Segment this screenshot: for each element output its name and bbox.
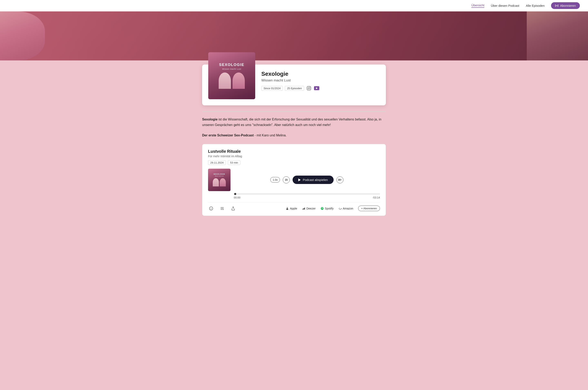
svg-rect-19 [304,208,304,209]
episode-date-badge: 29.11.2024 [208,160,226,165]
since-badge: Since 01/2024 [261,86,283,91]
thumb-figure-right [220,178,226,187]
main-content: Sexologie ist die Wissenschaft, die sich… [202,105,386,222]
episode-subscribe-label: + Abonnieren [361,207,377,210]
podcast-icon [555,4,558,7]
svg-point-3 [310,87,310,87]
skip-forward-button[interactable]: 30 + [336,176,343,183]
skip-back-button[interactable]: 15 [283,176,290,183]
svg-point-14 [287,207,288,208]
play-label: Podcast abspielen [303,178,328,182]
podcast-title: Sexologie [261,71,380,77]
figure-right [232,72,245,89]
hero-face-decoration-right [527,11,588,60]
spotify-label: Spotify [325,207,334,210]
thumb-sub: Wissen macht Lust [215,175,224,177]
apple-platform-button[interactable]: Apple [286,207,297,210]
podcast-info: Sexologie Wissen macht Lust Since 01/202… [261,69,380,91]
amazon-label: Amazon [343,207,353,210]
episode-player: Lustvolle Rituale Für mehr Intimität im … [202,144,386,216]
podcast-card: SEXOLOGIE Wissen macht Lust Sexologie Wi… [202,64,386,105]
skip-forward-plus: + [341,179,342,181]
svg-rect-20 [304,207,305,209]
share-button[interactable] [230,205,236,211]
progress-bar[interactable] [234,194,380,195]
play-triangle-icon [298,179,301,181]
nav-episoden[interactable]: Alle Episoden [526,4,545,7]
episode-title: Lustvolle Rituale [208,149,380,154]
apple-icon [286,207,289,210]
svg-rect-17 [302,209,303,209]
nav-ueber[interactable]: Über diesen Podcast [491,4,519,7]
cover-figures [219,72,245,89]
episode-meta-row: 29.11.2024 53 min [208,160,380,165]
episode-subscribe-button[interactable]: + Abonnieren [358,206,380,211]
player-row: SEXOLOGIE Wissen macht Lust 1.0x 15 Podc… [208,169,380,191]
podcast-tagline: Wissen macht Lust [261,78,380,83]
tagline-rest: - mit Karo und Melina. [254,134,287,137]
progress-dot [234,193,236,195]
speed-button[interactable]: 1.0x [270,177,280,183]
youtube-icon[interactable] [314,85,319,91]
svg-point-2 [308,87,310,89]
figure-left [219,72,231,89]
tagline-section: Der erste Schweizer Sex-Podcast - mit Ka… [202,133,386,138]
time-current: 00:00 [234,196,240,199]
svg-text:a: a [339,207,340,208]
progress-container: 00:00 -53:14 [234,194,380,199]
episode-thumbnail: SEXOLOGIE Wissen macht Lust [208,169,230,191]
hero-face-decoration-left [0,11,45,60]
hero-banner [0,11,588,60]
episode-duration-badge: 53 min [228,160,240,165]
apple-label: Apple [290,207,297,210]
description-rest: ist die Wissenschaft, die sich mit der E… [202,118,381,127]
info-button[interactable] [208,205,214,211]
player-controls: 1.0x 15 Podcast abspielen 30 + [234,176,380,184]
navigation: Übersicht Über diesen Podcast Alle Episo… [0,0,588,11]
amazon-icon: a [339,207,342,210]
thumb-figure-left [213,178,219,187]
spotify-icon [320,207,324,210]
cover-title: SEXOLOGIE [219,63,244,67]
deezer-platform-button[interactable]: Deezer [302,207,316,210]
hero-overlay [0,11,588,60]
cover-subtitle: Wissen macht Lust [222,68,241,70]
svg-rect-1 [307,86,311,90]
svg-rect-18 [303,208,304,209]
nav-subscribe-button[interactable]: Abonnieren [551,2,580,9]
playlist-button[interactable] [219,205,225,211]
tagline-bold: Der erste Schweizer Sex-Podcast [202,134,254,137]
time-row: 00:00 -53:14 [234,196,380,199]
bottom-bar: Apple Deezer Spoti [208,202,380,211]
podcast-cover-image: SEXOLOGIE Wissen macht Lust [208,52,255,99]
spotify-platform-button[interactable]: Spotify [320,207,334,210]
play-button[interactable]: Podcast abspielen [293,176,334,184]
instagram-icon[interactable] [306,85,312,91]
episode-subtitle: Für mehr Intimität im Alltag [208,154,380,158]
amazon-platform-button[interactable]: a Amazon [339,207,353,210]
svg-point-0 [556,5,557,6]
nav-subscribe-label: Abonnieren [560,4,576,7]
description-bold: Sexologie [202,118,218,121]
thumb-title: SEXOLOGIE [214,173,225,175]
svg-point-21 [321,207,323,210]
episodes-badge: 25 Episoden [285,86,304,91]
svg-marker-12 [223,209,224,210]
deezer-icon [302,207,305,210]
deezer-label: Deezer [307,207,316,210]
skip-forward-label: 30 [338,179,341,181]
nav-uebersicht[interactable]: Übersicht [471,3,484,8]
description-text: Sexologie ist die Wissenschaft, die sich… [202,111,386,128]
podcast-meta: Since 01/2024 25 Episoden [261,85,380,91]
time-remaining: -53:14 [372,196,380,199]
